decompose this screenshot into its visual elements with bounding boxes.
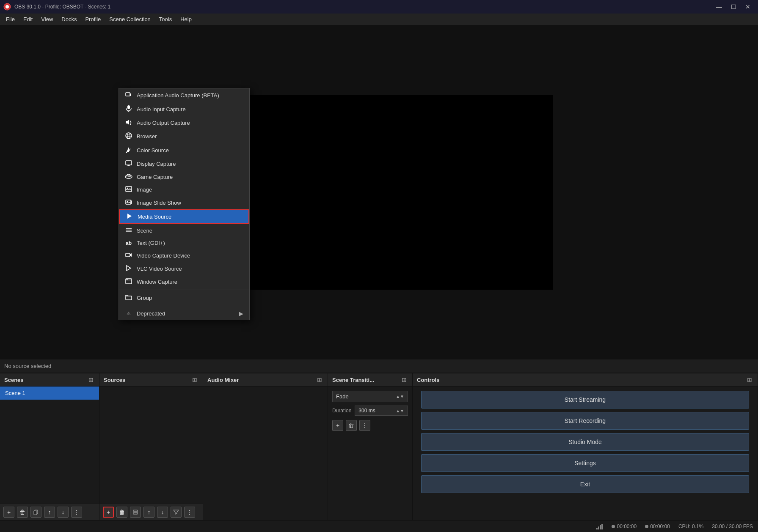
menu-item-label: Color Source [137,147,169,154]
minimize-button[interactable]: — [712,1,726,13]
menu-scene-collection[interactable]: Scene Collection [105,15,155,24]
menu-item-label: Deprecated [137,310,165,317]
scenes-panel-icon[interactable]: ⊞ [87,376,95,384]
transition-add-button[interactable]: + [332,420,343,431]
menu-item-label: Browser [137,133,157,140]
menu-item-media-source[interactable]: Media Source [119,209,249,224]
menu-profile[interactable]: Profile [81,15,105,24]
duration-input[interactable]: 300 ms ▲▼ [355,406,408,416]
menu-item-image-slideshow[interactable]: Image Slide Show [119,196,249,209]
scene-icon [125,227,132,234]
menu-item-scene[interactable]: Scene [119,224,249,237]
duration-value: 300 ms [358,408,375,414]
menu-item-browser[interactable]: Browser [119,129,249,143]
scenes-panel-content: Scene 1 [0,387,99,504]
scene-more-button[interactable]: ⋮ [71,507,82,518]
svg-rect-22 [126,200,131,204]
menu-item-vlc[interactable]: VLC Video Source [119,262,249,275]
source-filter-button[interactable] [171,507,182,518]
menu-item-video-capture[interactable]: Video Capture Device [119,249,249,262]
menu-item-deprecated[interactable]: ⚠ Deprecated ▶ [119,307,249,320]
svg-rect-46 [601,524,603,529]
controls-panel-icon[interactable]: ⊞ [746,376,753,384]
transitions-panel-header: Scene Transiti... ⊞ [328,373,412,387]
menu-item-audio-output[interactable]: Audio Output Capture [119,116,249,129]
controls-panel-title: Controls [417,377,439,383]
vlc-icon [125,265,132,272]
menu-item-label: Text (GDI+) [137,240,165,246]
menu-docks[interactable]: Docks [57,15,81,24]
scene-up-button[interactable]: ↑ [44,507,55,518]
scene-item-1[interactable]: Scene 1 [0,387,99,400]
sources-panel: Sources ⊞ + 🗑 ↑ ↓ ⋮ [99,373,203,520]
scene-copy-button[interactable] [30,507,41,518]
menu-item-text-gdi[interactable]: ab Text (GDI+) [119,237,249,249]
menu-tools[interactable]: Tools [155,15,176,24]
exit-button[interactable]: Exit [421,475,749,493]
menu-item-label: Window Capture [137,279,177,285]
transition-delete-button[interactable]: 🗑 [346,420,357,431]
menu-item-display-capture[interactable]: Display Capture [119,157,249,170]
svg-point-17 [128,176,129,177]
source-delete-button[interactable]: 🗑 [116,507,127,518]
scenes-panel-footer: + 🗑 ↑ ↓ ⋮ [0,504,99,520]
menu-item-color-source[interactable]: Color Source [119,143,249,157]
scene-down-button[interactable]: ↓ [58,507,69,518]
studio-mode-button[interactable]: Studio Mode [421,433,749,451]
controls-panel-header: Controls ⊞ [413,373,758,387]
mixer-panel-icon[interactable]: ⊞ [316,376,323,384]
text-gdi-icon: ab [125,240,132,246]
duration-arrows: ▲▼ [396,409,404,413]
close-button[interactable]: ✕ [741,1,755,13]
cpu-text: CPU: 0.1% [678,524,703,529]
menu-item-image[interactable]: Image [119,183,249,196]
menu-file[interactable]: File [2,15,19,24]
svg-rect-43 [596,528,598,529]
transition-more-button[interactable]: ⋮ [359,420,370,431]
menu-item-group[interactable]: Group [119,291,249,304]
sources-panel-footer: + 🗑 ↑ ↓ ⋮ [99,504,203,520]
scene-add-button[interactable]: + [3,507,14,518]
svg-point-18 [129,176,130,177]
source-up-button[interactable]: ↑ [143,507,154,518]
svg-rect-23 [131,200,132,204]
window-title: OBS 30.1.0 - Profile: OBSBOT - Scenes: 1 [14,4,110,10]
scene-delete-button[interactable]: 🗑 [17,507,28,518]
start-recording-button[interactable]: Start Recording [421,412,749,430]
preview-canvas [206,95,553,290]
controls-panel: Controls ⊞ Start Streaming Start Recordi… [413,373,758,520]
mixer-panel-content [203,387,328,520]
menu-edit[interactable]: Edit [19,15,37,24]
menu-item-application-audio[interactable]: Application Audio Capture (BETA) [119,88,249,102]
transitions-panel-icon[interactable]: ⊞ [400,376,408,384]
svg-point-1 [6,5,9,8]
transition-select[interactable]: Fade ▲▼ [332,391,408,402]
sources-panel-icon[interactable]: ⊞ [191,376,198,384]
transitions-panel: Scene Transiti... ⊞ Fade ▲▼ Duration 300… [328,373,413,520]
mixer-panel-title: Audio Mixer [207,377,239,383]
svg-point-34 [126,279,127,280]
svg-marker-31 [127,266,131,271]
source-add-button[interactable]: + [103,507,114,518]
menu-item-window-capture[interactable]: Window Capture [119,275,249,288]
mixer-panel-header: Audio Mixer ⊞ [203,373,328,387]
menu-item-audio-input[interactable]: Audio Input Capture [119,102,249,116]
game-capture-icon [125,173,132,180]
svg-rect-38 [34,511,37,515]
status-dot-1 [612,525,615,528]
svg-point-11 [126,152,127,153]
svg-point-16 [127,176,127,177]
media-source-icon [126,213,133,220]
source-down-button[interactable]: ↓ [157,507,168,518]
maximize-button[interactable]: ☐ [727,1,740,13]
source-settings-button[interactable] [130,507,141,518]
settings-button[interactable]: Settings [421,454,749,472]
svg-point-19 [130,176,131,177]
start-streaming-button[interactable]: Start Streaming [421,391,749,409]
duration-row: Duration 300 ms ▲▼ [332,406,408,416]
menu-view[interactable]: View [37,15,57,24]
menu-help[interactable]: Help [176,15,196,24]
svg-point-8 [127,133,130,139]
menu-item-game-capture[interactable]: Game Capture [119,170,249,183]
source-more-button[interactable]: ⋮ [184,507,195,518]
